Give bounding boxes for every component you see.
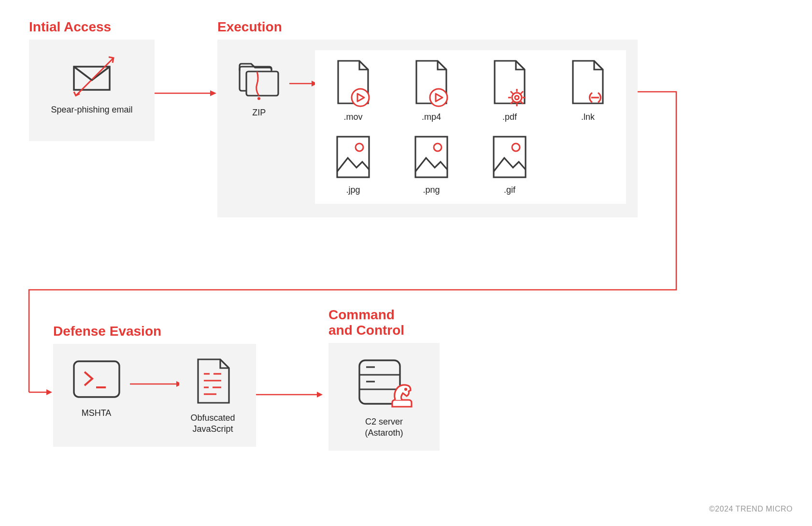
svg-point-14 <box>512 93 522 102</box>
svg-point-30 <box>512 143 520 151</box>
defense-evasion-title: Defense Evasion <box>53 324 256 339</box>
file-png-label: .png <box>423 185 440 195</box>
command-control-title: Command and Control <box>328 307 440 338</box>
spear-phishing-icon <box>65 54 118 98</box>
command-control-block: C2 server (Astaroth) <box>328 343 440 451</box>
file-gif-label: .gif <box>504 185 515 195</box>
zip-label: ZIP <box>252 107 266 118</box>
arrow-mshta-to-js <box>130 377 179 391</box>
stage-command-control: Command and Control C2 server (Astaroth) <box>328 307 440 451</box>
file-jpg: .jpg <box>327 134 380 195</box>
svg-point-10 <box>352 89 369 106</box>
zip-folder-icon <box>235 57 283 100</box>
execution-files-container: .mov .mp4 <box>315 50 626 204</box>
svg-marker-33 <box>46 389 52 395</box>
file-mov: .mov <box>327 59 380 122</box>
image-file-icon <box>490 134 529 180</box>
svg-marker-9 <box>312 81 315 86</box>
svg-rect-27 <box>415 137 447 177</box>
svg-marker-45 <box>317 392 323 398</box>
mshta-label: MSHTA <box>82 408 112 419</box>
terminal-icon <box>70 357 123 401</box>
defense-evasion-block: MSHTA Obfuscated JavaScript <box>53 344 256 447</box>
svg-marker-31 <box>25 390 33 396</box>
svg-line-21 <box>521 91 523 94</box>
c2-server-label: C2 server (Astaroth) <box>365 416 403 439</box>
svg-rect-25 <box>337 137 369 177</box>
svg-point-7 <box>257 97 260 100</box>
file-row-1: .mov .mp4 <box>327 59 614 122</box>
svg-line-20 <box>511 91 513 94</box>
file-mp4: .mp4 <box>405 59 458 122</box>
file-link-icon <box>568 59 608 107</box>
arrow-defense-to-c2 <box>256 387 324 402</box>
svg-point-51 <box>405 389 407 390</box>
svg-point-28 <box>434 143 442 151</box>
file-jpg-label: .jpg <box>346 185 360 195</box>
file-mp4-label: .mp4 <box>422 112 441 122</box>
svg-point-15 <box>515 96 519 100</box>
svg-marker-4 <box>210 90 216 96</box>
file-lnk: .lnk <box>561 59 614 122</box>
file-play-icon <box>333 59 373 107</box>
svg-point-12 <box>430 89 447 106</box>
svg-line-2 <box>76 80 91 96</box>
image-file-icon <box>333 134 373 180</box>
stage-execution: Execution ZIP <box>217 19 638 217</box>
c2-server-icon <box>353 356 415 410</box>
code-file-icon <box>192 357 234 406</box>
stage-defense-evasion: Defense Evasion MSHTA <box>53 324 256 447</box>
arrow-initial-to-execution <box>155 86 217 100</box>
svg-rect-34 <box>74 361 119 397</box>
spear-phishing-label: Spear-phishing email <box>51 104 132 115</box>
file-row-2: .jpg .png <box>327 134 614 195</box>
arrow-zip-to-files <box>289 76 315 91</box>
initial-access-block: Spear-phishing email <box>29 40 155 141</box>
file-pdf: .pdf <box>483 59 536 122</box>
file-png: .png <box>405 134 458 195</box>
execution-title: Execution <box>217 19 638 35</box>
obfuscated-js-label: Obfuscated JavaScript <box>190 412 235 435</box>
file-play-icon <box>412 59 451 107</box>
file-mov-label: .mov <box>343 112 362 122</box>
image-file-icon <box>412 134 451 180</box>
file-gif: .gif <box>483 134 536 195</box>
file-lnk-label: .lnk <box>581 112 595 122</box>
svg-point-26 <box>356 143 363 151</box>
svg-rect-29 <box>494 137 526 177</box>
initial-access-title: Intial Access <box>29 19 155 35</box>
file-pdf-label: .pdf <box>502 112 517 122</box>
copyright-text: ©2024 TREND MICRO <box>709 505 793 513</box>
stage-initial-access: Intial Access Spear-phishing email <box>29 19 155 141</box>
svg-rect-6 <box>246 71 278 96</box>
file-gear-icon <box>490 59 529 107</box>
execution-block: ZIP .mov <box>217 40 638 217</box>
